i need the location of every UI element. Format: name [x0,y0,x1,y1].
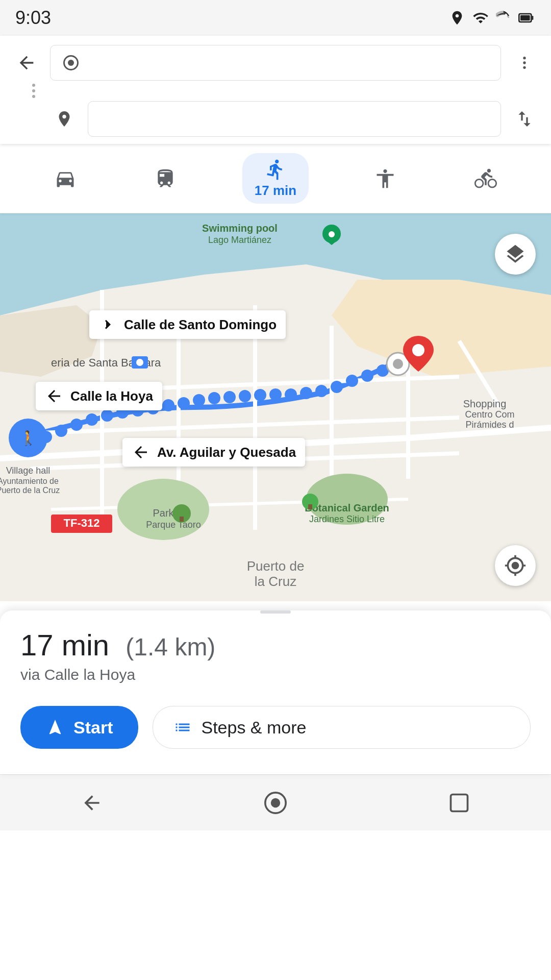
svg-point-6 [523,66,525,69]
locate-me-button[interactable] [495,545,536,586]
svg-point-56 [329,231,335,237]
back-nav-icon [81,792,103,814]
svg-text:Jardines Sitio Litre: Jardines Sitio Litre [309,514,385,524]
origin-input[interactable]: Your location [87,54,489,72]
map-container[interactable]: TF-312 🚶 [0,213,551,601]
list-icon [173,718,192,737]
route-via-label: via Calle la Hoya [20,666,531,683]
svg-point-31 [300,387,312,399]
direction-label-aguilar: Av. Aguilar y Quesada [122,438,305,467]
transit-icon [154,167,177,190]
svg-text:Pirámides d: Pirámides d [465,420,514,430]
navigation-icon [46,718,64,737]
svg-rect-74 [308,504,312,509]
svg-point-37 [208,392,220,404]
svg-point-47 [55,425,67,437]
transport-transit[interactable] [142,162,189,195]
accessibility-icon [374,167,396,190]
destination-pin-icon [50,105,79,133]
transport-walk[interactable]: 17 min [242,153,309,204]
status-time: 9:03 [15,7,51,29]
svg-text:TF-312: TF-312 [64,517,100,529]
destination-input[interactable]: Av. de Cristobal Colón, 20A [99,110,489,129]
svg-point-32 [285,388,297,401]
transport-car[interactable] [42,162,89,195]
transport-bike[interactable] [462,162,509,195]
svg-point-39 [178,397,190,409]
svg-point-40 [162,399,174,411]
svg-rect-80 [451,794,468,811]
svg-point-77 [136,359,143,366]
direction-label-calle-hoya: Calle la Hoya [36,382,162,410]
origin-input-box[interactable]: Your location [50,45,501,81]
svg-text:Puerto de la Cruz: Puerto de la Cruz [0,486,60,495]
svg-text:Puerto de: Puerto de [247,558,305,574]
svg-rect-72 [180,517,184,522]
svg-point-44 [101,409,113,422]
walk-time-label: 17 min [255,183,296,199]
svg-point-52 [412,344,424,356]
svg-rect-1 [520,15,530,21]
route-distance: (1.4 km) [126,633,215,660]
route-minutes: 17 min [20,628,109,662]
direction-label-santo-domingo: Calle de Santo Domingo [89,310,286,339]
transport-accessibility[interactable] [362,162,409,195]
svg-point-30 [315,385,328,397]
sheet-handle [260,610,291,614]
steps-more-label: Steps & more [201,718,306,738]
start-button[interactable]: Start [20,706,138,749]
svg-text:Shopping: Shopping [463,398,507,409]
svg-point-34 [254,389,266,401]
svg-point-28 [346,375,358,387]
svg-text:🚶: 🚶 [19,430,37,447]
santo-domingo-label: Calle de Santo Domingo [124,317,277,333]
transport-modes-bar: 17 min [0,144,551,213]
aguilar-label: Av. Aguilar y Quesada [157,445,296,460]
svg-point-2 [68,60,74,66]
bike-icon [474,167,497,190]
start-button-label: Start [73,718,113,738]
connector-row [19,81,539,101]
route-connector [19,84,48,98]
home-nav-button[interactable] [255,782,296,823]
svg-point-4 [523,57,525,59]
wifi-icon [471,10,490,26]
svg-point-36 [223,391,236,403]
svg-text:Ayuntamiento de: Ayuntamiento de [0,477,59,485]
map-layers-button[interactable] [495,234,536,275]
svg-point-5 [523,61,525,64]
recents-nav-icon [448,792,470,814]
battery-icon [517,10,536,26]
svg-point-27 [361,370,373,382]
svg-text:Parque Taoro: Parque Taoro [146,520,201,530]
back-button[interactable] [12,48,41,77]
header: Your location Av. de Cristobal Colón, 20… [0,36,551,144]
svg-text:Village hall: Village hall [6,465,51,476]
svg-text:la Cruz: la Cruz [255,574,296,589]
action-buttons: Start Steps & more [20,706,531,749]
svg-point-45 [86,413,98,426]
locate-icon [504,554,527,577]
route-time-display: 17 min (1.4 km) [20,628,531,662]
swap-directions-button[interactable] [510,105,539,133]
origin-row: Your location [12,45,539,81]
layers-icon [504,243,527,265]
svg-point-38 [193,394,205,406]
status-icons [449,10,536,26]
recents-nav-button[interactable] [439,782,480,823]
car-icon [54,167,77,190]
svg-text:Swimming pool: Swimming pool [202,223,278,234]
svg-point-46 [70,419,83,431]
origin-dot-icon [62,54,80,72]
status-bar: 9:03 [0,0,551,36]
home-nav-icon [264,792,287,814]
more-options-button[interactable] [510,48,539,77]
svg-text:Lago Martiánez: Lago Martiánez [208,235,271,245]
svg-point-79 [271,798,280,807]
destination-input-box[interactable]: Av. de Cristobal Colón, 20A [88,101,501,137]
destination-row: Av. de Cristobal Colón, 20A [12,101,539,137]
back-nav-button[interactable] [71,782,112,823]
walk-icon [264,158,287,181]
bottom-sheet: 17 min (1.4 km) via Calle la Hoya Start … [0,610,551,774]
steps-more-button[interactable]: Steps & more [153,706,531,749]
